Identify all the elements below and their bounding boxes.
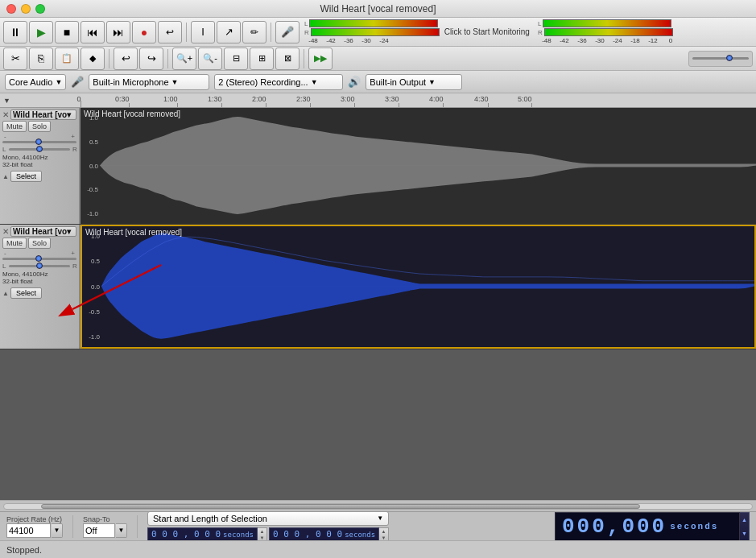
track-2-solo-button[interactable]: Solo	[28, 238, 51, 249]
time-field-1-container: 0 0 0 , 0 0 0 seconds ▲ ▼	[147, 527, 267, 542]
track-1-select-button[interactable]: Select	[10, 171, 42, 182]
trim-button[interactable]: ◆	[81, 48, 105, 70]
track-2-select-button[interactable]: Select	[10, 287, 42, 299]
track-2-waveform-title: Wild Heart [vocal removed]	[85, 228, 182, 237]
cut-button[interactable]: ✂	[3, 48, 27, 70]
snap-to-dropdown-arrow[interactable]: ▼	[116, 523, 127, 538]
chevron-down-icon-4: ▼	[428, 78, 436, 86]
track-2-waveform[interactable]: Wild Heart [vocal removed] 1.0 0.5 0.0 -…	[81, 225, 756, 349]
speaker-icon[interactable]: 🔊	[348, 76, 361, 88]
zoom-toggle-button[interactable]: ⊠	[275, 48, 300, 70]
draw-tool-button[interactable]: ✏	[242, 21, 266, 43]
track2-y-label-neg1.0: -1.0	[82, 333, 101, 341]
paste-button[interactable]: 📋	[55, 48, 79, 70]
mic-icon[interactable]: 🎤	[71, 76, 84, 88]
titlebar: Wild Heart [vocal removed]	[0, 0, 756, 18]
stop-button[interactable]: ■	[55, 21, 79, 43]
track2-pan-l-label: L	[2, 262, 7, 270]
recording-device-dropdown[interactable]: Built-in Microphone ▼	[89, 74, 209, 90]
track2-y-label-neg0.5: -0.5	[82, 308, 101, 316]
mic-button[interactable]: 🎤	[275, 21, 300, 43]
close-button[interactable]	[6, 4, 16, 14]
toolbar-separator-1	[186, 23, 187, 42]
big-time-spin[interactable]: ▲ ▼	[740, 512, 750, 541]
redo-button[interactable]: ↪	[139, 48, 163, 70]
track-2-name[interactable]: Wild Heart [vo▾	[10, 226, 76, 237]
recording-channels-dropdown[interactable]: 2 (Stereo) Recording... ▼	[214, 74, 343, 90]
time-field-2-spin[interactable]: ▲ ▼	[379, 527, 389, 542]
track-1-mute-button[interactable]: Mute	[2, 121, 27, 132]
monitor-button[interactable]: Click to Start Monitoring	[441, 27, 533, 36]
minimize-button[interactable]	[21, 4, 31, 14]
zoom-out-button[interactable]: 🔍-	[198, 48, 222, 70]
selection-type-dropdown[interactable]: Start and Length of Selection ▼	[147, 511, 389, 526]
copy-button[interactable]: ⎘	[29, 48, 53, 70]
play-at-speed-button[interactable]: ▶▶	[308, 48, 333, 70]
pause-button[interactable]: ⏸	[3, 21, 27, 43]
track-1-collapse-button[interactable]: ▲	[2, 173, 9, 180]
horizontal-scrollbar[interactable]	[0, 500, 756, 511]
scrollbar-track[interactable]	[3, 503, 753, 510]
time-field-1-spin[interactable]: ▲ ▼	[258, 527, 267, 542]
toolbar2-separator-3	[304, 49, 304, 68]
loop-button[interactable]: ↩	[158, 21, 182, 43]
envelope-tool-button[interactable]: ↗	[217, 21, 241, 43]
track-1-waveform-title: Wild Heart [vocal removed]	[84, 110, 180, 118]
ruler-tick-1:30: 1:30	[221, 103, 222, 107]
project-rate-input[interactable]	[6, 523, 51, 538]
ruler-tick-3:00: 3:00	[354, 103, 355, 107]
record-button[interactable]: ●	[132, 21, 156, 43]
ruler-label-1:30: 1:30	[208, 95, 222, 103]
track-2-pan-slider[interactable]	[9, 265, 70, 267]
track-2-info: Mono, 44100Hz 32-bit float	[2, 271, 76, 285]
track-1-waveform[interactable]: Wild Heart [vocal removed] 1.0 0.5 0.0 -…	[81, 108, 756, 224]
undo-button[interactable]: ↩	[114, 48, 138, 70]
y-label-0.5: 0.5	[81, 138, 100, 146]
track-1-volume-slider[interactable]	[2, 141, 76, 143]
project-rate-dropdown-arrow[interactable]: ▼	[52, 523, 63, 538]
spin2-up-icon[interactable]: ▲	[379, 528, 388, 535]
time-field-2[interactable]: 0 0 0 , 0 0 0 seconds	[269, 527, 379, 542]
ruler-label-4:30: 4:30	[474, 95, 489, 103]
status-bar: Project Rate (Hz) ▼ Snap-To ▼ Start and …	[0, 511, 756, 540]
zoom-sel-button[interactable]: ⊞	[250, 48, 274, 70]
track-2-collapse-button[interactable]: ▲	[2, 290, 9, 297]
fit-project-button[interactable]: ⊟	[224, 48, 248, 70]
ruler-zero-label: ▼	[3, 97, 10, 105]
edit-toolbar: ✂ ⎘ 📋 ◆ ↩ ↪ 🔍+ 🔍- ⊟ ⊞ ⊠ ▶▶	[0, 47, 756, 71]
track-1-pan-slider[interactable]	[9, 148, 70, 151]
big-spin-down-icon[interactable]: ▼	[740, 527, 749, 540]
track2-vol-minus-label: -	[4, 250, 6, 257]
play-button[interactable]: ▶	[29, 21, 53, 43]
audio-host-dropdown[interactable]: Core Audio ▼	[5, 74, 66, 90]
track-1-name[interactable]: Wild Heart [vo▾	[10, 110, 76, 120]
project-rate-group: Project Rate (Hz) ▼	[6, 515, 63, 538]
zoom-in-button[interactable]: 🔍+	[172, 48, 196, 70]
track-1-solo-button[interactable]: Solo	[28, 121, 51, 132]
vu-labels: -48 -42 -36 -30 -24	[304, 37, 440, 44]
ruler-tick-0: 0	[81, 101, 81, 107]
track-2-close-button[interactable]: ✕	[2, 227, 9, 236]
device-bar: Core Audio ▼ 🎤 Built-in Microphone ▼ 2 (…	[0, 71, 756, 93]
skip-start-button[interactable]: ⏮	[81, 21, 105, 43]
window-title: Wild Heart [vocal removed]	[320, 3, 436, 14]
spin-up-icon[interactable]: ▲	[258, 528, 266, 535]
snap-to-input[interactable]	[83, 523, 115, 538]
time-field-1[interactable]: 0 0 0 , 0 0 0 seconds	[147, 527, 258, 542]
skip-end-button[interactable]: ⏭	[106, 21, 130, 43]
big-time-display: 000,000 seconds	[555, 512, 740, 541]
timeline-ruler[interactable]: ▼ 00:301:001:302:002:303:003:304:004:305…	[0, 93, 756, 108]
scrollbar-thumb[interactable]	[41, 504, 639, 509]
maximize-button[interactable]	[35, 4, 45, 14]
tracks-container: ✕ Wild Heart [vo▾ Mute Solo -+ L	[0, 108, 756, 500]
ruler-tick-0:30: 0:30	[129, 103, 130, 107]
track-1-close-button[interactable]: ✕	[2, 110, 9, 119]
select-tool-button[interactable]: I	[191, 21, 215, 43]
playback-speed-slider[interactable]	[688, 51, 753, 67]
playback-device-dropdown[interactable]: Built-in Output ▼	[366, 74, 462, 90]
big-spin-up-icon[interactable]: ▲	[740, 513, 749, 527]
track-2-mute-button[interactable]: Mute	[2, 238, 27, 249]
ruler-tick-4:30: 4:30	[488, 103, 489, 107]
track-2-volume-slider[interactable]	[2, 258, 76, 260]
ruler-label-2:30: 2:30	[296, 95, 311, 103]
